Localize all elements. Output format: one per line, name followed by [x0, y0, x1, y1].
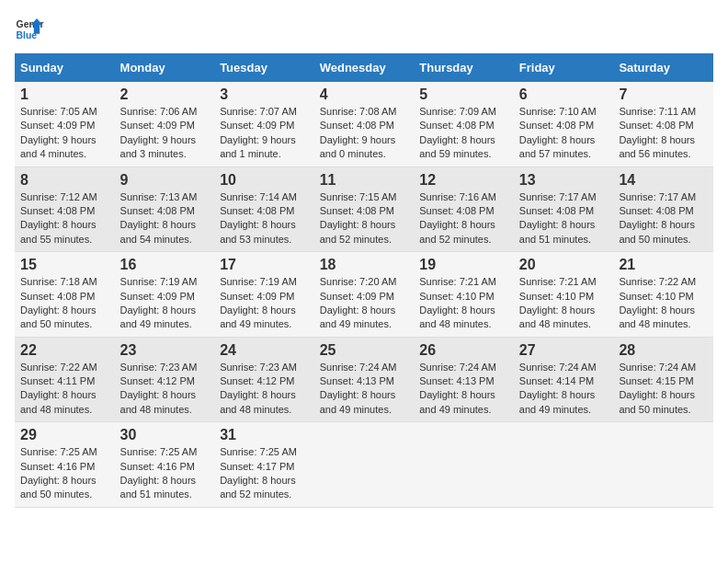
sunrise-line: Sunrise: 7:19 AM — [120, 275, 210, 289]
sunset-line: Sunset: 4:13 PM — [419, 374, 508, 388]
sunrise-line: Sunrise: 7:23 AM — [220, 361, 309, 374]
calendar-cell: 28 Sunrise: 7:24 AM Sunset: 4:15 PM Dayl… — [613, 337, 713, 422]
day-header-sunday: Sunday — [15, 53, 115, 82]
sunset-line: Sunset: 4:08 PM — [20, 290, 109, 304]
week-row-1: 1 Sunrise: 7:05 AM Sunset: 4:09 PM Dayli… — [15, 82, 713, 167]
sunset-line: Sunset: 4:09 PM — [320, 290, 409, 304]
week-row-5: 29 Sunrise: 7:25 AM Sunset: 4:16 PM Dayl… — [15, 422, 713, 508]
calendar-cell: 17 Sunrise: 7:19 AM Sunset: 4:09 PM Dayl… — [214, 252, 314, 338]
sunrise-line: Sunrise: 7:24 AM — [619, 361, 708, 374]
day-number: 29 — [20, 427, 109, 443]
day-number: 21 — [619, 257, 708, 273]
day-header-monday: Monday — [115, 53, 215, 82]
sunset-line: Sunset: 4:12 PM — [120, 374, 210, 388]
calendar-cell: 18 Sunrise: 7:20 AM Sunset: 4:09 PM Dayl… — [314, 252, 415, 338]
sunrise-line: Sunrise: 7:07 AM — [220, 105, 309, 119]
daylight-line: Daylight: 9 hours and 4 minutes. — [20, 133, 109, 162]
sunset-line: Sunset: 4:09 PM — [20, 119, 109, 132]
logo-icon: General Blue — [15, 15, 44, 44]
sunset-line: Sunset: 4:11 PM — [20, 374, 109, 388]
calendar-cell: 9 Sunrise: 7:13 AM Sunset: 4:08 PM Dayli… — [115, 167, 215, 252]
calendar-cell: 31 Sunrise: 7:25 AM Sunset: 4:17 PM Dayl… — [214, 422, 314, 508]
day-number: 26 — [419, 342, 508, 359]
sunrise-line: Sunrise: 7:13 AM — [120, 190, 210, 204]
sunset-line: Sunset: 4:08 PM — [320, 119, 409, 132]
day-number: 3 — [220, 86, 309, 103]
day-number: 31 — [220, 427, 309, 443]
daylight-line: Daylight: 8 hours and 50 minutes. — [20, 474, 109, 502]
day-number: 13 — [519, 172, 609, 189]
daylight-line: Daylight: 8 hours and 48 minutes. — [619, 304, 708, 332]
day-number: 19 — [419, 257, 508, 273]
daylight-line: Daylight: 8 hours and 49 minutes. — [320, 304, 409, 332]
sunset-line: Sunset: 4:09 PM — [120, 119, 210, 132]
sunrise-line: Sunrise: 7:22 AM — [20, 361, 109, 374]
sunset-line: Sunset: 4:08 PM — [619, 204, 708, 218]
sunrise-line: Sunrise: 7:10 AM — [519, 105, 609, 119]
day-number: 24 — [220, 342, 309, 359]
day-header-thursday: Thursday — [414, 53, 514, 82]
sunrise-line: Sunrise: 7:19 AM — [220, 275, 309, 289]
sunrise-line: Sunrise: 7:17 AM — [619, 190, 708, 204]
day-number: 18 — [320, 257, 409, 273]
sunrise-line: Sunrise: 7:09 AM — [419, 105, 508, 119]
sunset-line: Sunset: 4:14 PM — [519, 374, 609, 388]
calendar-cell: 3 Sunrise: 7:07 AM Sunset: 4:09 PM Dayli… — [214, 82, 314, 167]
day-number: 30 — [120, 427, 210, 443]
calendar-cell: 6 Sunrise: 7:10 AM Sunset: 4:08 PM Dayli… — [514, 82, 614, 167]
daylight-line: Daylight: 8 hours and 51 minutes. — [120, 474, 210, 502]
daylight-line: Daylight: 8 hours and 50 minutes. — [619, 388, 708, 417]
calendar-cell: 10 Sunrise: 7:14 AM Sunset: 4:08 PM Dayl… — [214, 167, 314, 252]
sunrise-line: Sunrise: 7:24 AM — [519, 361, 609, 374]
day-number: 22 — [20, 342, 109, 359]
calendar-cell — [514, 422, 614, 508]
sunset-line: Sunset: 4:10 PM — [419, 290, 508, 304]
calendar-cell: 4 Sunrise: 7:08 AM Sunset: 4:08 PM Dayli… — [314, 82, 415, 167]
daylight-line: Daylight: 8 hours and 49 minutes. — [519, 388, 609, 417]
sunset-line: Sunset: 4:08 PM — [519, 119, 609, 132]
sunrise-line: Sunrise: 7:17 AM — [519, 190, 609, 204]
sunrise-line: Sunrise: 7:21 AM — [419, 275, 508, 289]
day-number: 9 — [120, 172, 210, 189]
calendar-cell: 27 Sunrise: 7:24 AM Sunset: 4:14 PM Dayl… — [514, 337, 614, 422]
daylight-line: Daylight: 8 hours and 51 minutes. — [519, 218, 609, 247]
sunset-line: Sunset: 4:08 PM — [519, 204, 609, 218]
daylight-line: Daylight: 8 hours and 48 minutes. — [419, 304, 508, 332]
sunset-line: Sunset: 4:09 PM — [220, 290, 309, 304]
sunset-line: Sunset: 4:09 PM — [120, 290, 210, 304]
calendar-cell: 8 Sunrise: 7:12 AM Sunset: 4:08 PM Dayli… — [15, 167, 115, 252]
sunrise-line: Sunrise: 7:20 AM — [320, 275, 409, 289]
daylight-line: Daylight: 8 hours and 48 minutes. — [220, 388, 309, 417]
calendar-cell: 2 Sunrise: 7:06 AM Sunset: 4:09 PM Dayli… — [115, 82, 215, 167]
day-number: 12 — [419, 172, 508, 189]
daylight-line: Daylight: 8 hours and 52 minutes. — [220, 474, 309, 502]
week-row-2: 8 Sunrise: 7:12 AM Sunset: 4:08 PM Dayli… — [15, 167, 713, 252]
calendar-cell: 23 Sunrise: 7:23 AM Sunset: 4:12 PM Dayl… — [115, 337, 215, 422]
sunset-line: Sunset: 4:13 PM — [320, 374, 409, 388]
daylight-line: Daylight: 8 hours and 48 minutes. — [120, 388, 210, 417]
calendar-cell: 19 Sunrise: 7:21 AM Sunset: 4:10 PM Dayl… — [414, 252, 514, 338]
daylight-line: Daylight: 8 hours and 48 minutes. — [519, 304, 609, 332]
daylight-line: Daylight: 8 hours and 50 minutes. — [20, 304, 109, 332]
sunrise-line: Sunrise: 7:12 AM — [20, 190, 109, 204]
daylight-line: Daylight: 8 hours and 56 minutes. — [619, 133, 708, 162]
sunrise-line: Sunrise: 7:05 AM — [20, 105, 109, 119]
day-header-wednesday: Wednesday — [314, 53, 415, 82]
sunrise-line: Sunrise: 7:25 AM — [220, 445, 309, 459]
calendar-cell: 14 Sunrise: 7:17 AM Sunset: 4:08 PM Dayl… — [613, 167, 713, 252]
daylight-line: Daylight: 9 hours and 3 minutes. — [120, 133, 210, 162]
sunset-line: Sunset: 4:08 PM — [120, 204, 210, 218]
sunset-line: Sunset: 4:08 PM — [20, 204, 109, 218]
sunset-line: Sunset: 4:10 PM — [519, 290, 609, 304]
calendar-cell: 24 Sunrise: 7:23 AM Sunset: 4:12 PM Dayl… — [214, 337, 314, 422]
daylight-line: Daylight: 8 hours and 49 minutes. — [419, 388, 508, 417]
day-number: 5 — [419, 86, 508, 103]
sunset-line: Sunset: 4:15 PM — [619, 374, 708, 388]
calendar-cell: 16 Sunrise: 7:19 AM Sunset: 4:09 PM Dayl… — [115, 252, 215, 338]
daylight-line: Daylight: 8 hours and 48 minutes. — [20, 388, 109, 417]
calendar-cell: 7 Sunrise: 7:11 AM Sunset: 4:08 PM Dayli… — [613, 82, 713, 167]
calendar-cell: 5 Sunrise: 7:09 AM Sunset: 4:08 PM Dayli… — [414, 82, 514, 167]
calendar-cell: 30 Sunrise: 7:25 AM Sunset: 4:16 PM Dayl… — [115, 422, 215, 508]
daylight-line: Daylight: 9 hours and 0 minutes. — [320, 133, 409, 162]
header-row: SundayMondayTuesdayWednesdayThursdayFrid… — [15, 53, 713, 82]
